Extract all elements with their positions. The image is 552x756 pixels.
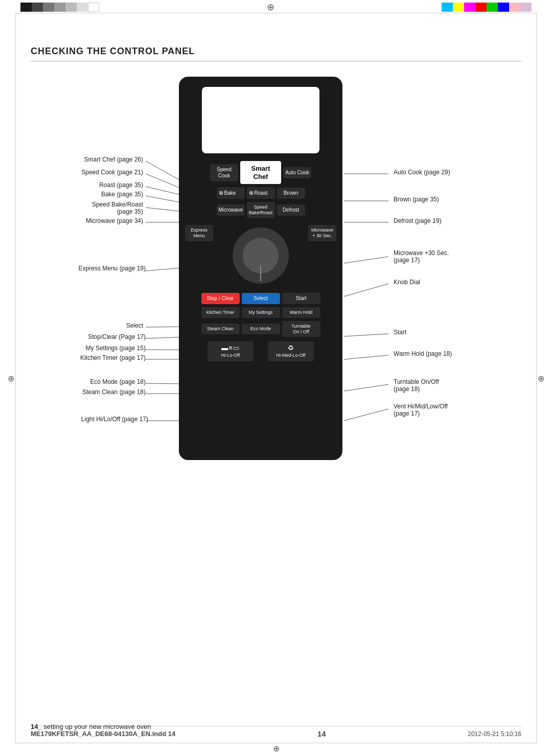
color-bar [65,3,77,12]
diagram-container: Smart Chef (page 26) Speed Cook (page 21… [31,72,521,491]
label-brown: Brown (page 35) [394,196,496,203]
label-light: Light Hi/Lo/Off (page 17) [59,416,148,423]
speed-cook-button[interactable]: Speed Cook [210,164,238,181]
top-marks-area: ⊕ [0,0,552,14]
label-warm-hold: Warm Hold (page 18) [394,350,501,357]
label-express-menu: Express Menu (page 19) [61,265,146,272]
light-icon: ▬≡▭ [212,344,249,353]
start-button[interactable]: Start [282,293,320,304]
label-knob-dial: Knob Dial [394,279,496,286]
footer-date: 2012-05-21 5:10:16 [468,730,521,738]
label-my-settings: My Settings (page 15) [59,345,146,352]
main-content: CHECKING THE CONTROL PANEL [31,31,521,725]
label-speed-cook: Speed Cook (page 21) [61,169,143,176]
color-bar [464,3,475,12]
label-bake: Bake (page 35) [61,191,143,198]
svg-line-21 [344,384,388,391]
page-border-right [536,13,537,743]
smart-chef-button[interactable]: Smart Chef [240,161,281,184]
svg-line-1 [146,174,180,188]
page-border-top [15,13,537,13]
page-border-bottom [15,743,537,743]
label-smart-chef: Smart Chef (page 26) [61,156,143,163]
label-microwave-30: Microwave +30 Sec.(page 17) [394,249,501,264]
btn-row-3: Microwave Speed Bake/Roast Defrost [185,202,336,218]
bake-icon: ⊗ [219,190,223,196]
knob-dial-control[interactable] [233,227,289,284]
svg-line-20 [344,355,388,359]
registration-mark-bottom: ⊕ [273,744,280,753]
select-button[interactable]: Select [242,293,280,304]
microwave-30sec-button[interactable]: Microwave + 30 Sec. [308,225,336,241]
microwave-button[interactable]: Microwave [217,204,245,216]
my-settings-button[interactable]: My Settings [242,307,280,318]
speed-bake-roast-button[interactable]: Speed Bake/Roast [247,202,275,218]
defrost-button[interactable]: Defrost [277,204,305,216]
svg-line-17 [344,257,388,263]
color-bar [20,3,32,12]
color-bar [442,3,453,12]
control-panel-device: Speed Cook Smart Chef Auto Cook ⊗ Bake ⊗… [179,77,342,460]
color-bar [509,3,520,12]
express-menu-button[interactable]: Express Menu [185,225,213,241]
color-bar [520,3,532,12]
color-bar [32,3,43,12]
page-border-left [15,13,16,743]
color-bar [487,3,498,12]
label-start: Start [394,329,496,336]
footer-page-number: 14 [317,729,326,738]
btn-row-2: ⊗ Bake ⊗ Roast Brown [185,187,336,199]
color-bar [54,3,65,12]
label-roast: Roast (page 35) [61,181,143,189]
color-bar [43,3,54,12]
page-subtitle: 14_ setting up your new microwave oven [31,723,151,730]
svg-line-22 [344,409,388,421]
light-icon-button[interactable]: ▬≡▭ Hi-Lo-Off [208,341,254,361]
steam-clean-button[interactable]: Steam Clean [201,324,240,334]
stop-clear-button[interactable]: Stop / Clear [201,293,240,304]
registration-mark-right: ⊕ [538,373,544,383]
knob-row: Express Menu Microwave + 30 Sec. [185,222,336,289]
display-screen [202,87,319,153]
label-steam-clean: Steam Clean (page 18) [59,388,146,396]
label-stop-clear: Stop/Clear (Page 17) [59,333,146,340]
registration-mark-top: ⊕ [267,2,274,13]
color-bar [498,3,509,12]
label-auto-cook: Auto Cook (page 29) [394,169,496,176]
footer-file: ME179KFETSR_AA_DE68-04130A_EN.indd 14 [31,730,175,738]
vent-icon-button[interactable]: ♻ Hi-Med-Lo-Off [268,341,314,361]
label-turntable: Turntable On/Off(page 18) [394,378,501,393]
eco-mode-button[interactable]: Eco Mode [242,324,280,334]
color-bar [475,3,487,12]
color-bar [88,3,99,12]
btn-row-1: Speed Cook Smart Chef Auto Cook [185,161,336,184]
btn-row-7: Steam Clean Eco Mode Turntable On / Off [185,321,336,337]
warm-hold-button[interactable]: Warm Hold [282,307,320,318]
vent-icon: ♻ [272,344,310,353]
knob-indicator-line [260,266,261,281]
color-bar [77,3,88,12]
color-bar [453,3,464,12]
auto-cook-button[interactable]: Auto Cook [283,167,311,178]
bake-button[interactable]: ⊗ Bake [217,187,245,199]
label-speed-bake-roast: Speed Bake/Roast(page 35) [51,201,143,215]
btn-row-8: ▬≡▭ Hi-Lo-Off ♻ Hi-Med-Lo-Off [185,341,336,361]
roast-button[interactable]: ⊗ Roast [247,187,275,199]
brown-button[interactable]: Brown [277,188,305,199]
label-select: Select [87,322,143,329]
turntable-button[interactable]: Turntable On / Off [282,321,320,337]
page-title: CHECKING THE CONTROL PANEL [31,46,521,61]
svg-line-0 [146,161,180,180]
label-defrost: Defrost (page 19) [394,217,496,224]
roast-icon: ⊗ [249,190,254,196]
btn-row-5: Stop / Clear Select Start [185,293,336,304]
label-microwave: Microwave (page 34) [61,217,143,224]
label-vent: Vent Hi/Mid/Low/Off(page 17) [394,403,506,417]
svg-line-19 [344,334,388,336]
kitchen-timer-button[interactable]: Kitchen Timer [201,307,240,318]
btn-row-6: Kitchen Timer My Settings Warm Hold [185,307,336,318]
label-kitchen-timer: Kitchen Timer (page 17) [59,354,146,361]
page-number-label: 14_ [31,723,42,730]
label-eco-mode: Eco Mode (page 18) [59,378,146,385]
svg-line-18 [344,284,388,296]
